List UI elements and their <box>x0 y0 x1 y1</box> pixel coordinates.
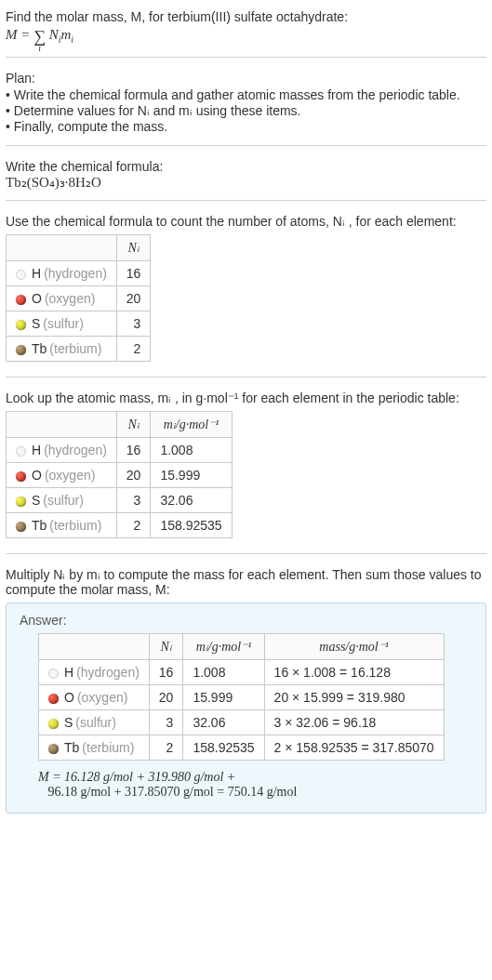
chem-formula: Tb₂(SO₄)₃·8H₂O <box>6 174 486 191</box>
table-row: Tb(terbium) 2 <box>7 337 151 362</box>
hydrogen-dot-icon <box>48 669 59 679</box>
ans-col-mass: mass/g·mol⁻¹ <box>264 634 444 660</box>
mass-col-mi: mᵢ/g·mol⁻¹ <box>151 412 232 438</box>
plan-bullet-3: • Finally, compute the mass. <box>6 119 486 134</box>
table-row: S(sulfur) 3 <box>7 311 151 337</box>
count-col-element <box>7 235 117 261</box>
chem-heading: Write the chemical formula: <box>6 159 486 174</box>
mass-col-ni: Nᵢ <box>116 412 151 438</box>
oxygen-dot-icon <box>16 295 26 305</box>
mass-col-element <box>7 412 117 438</box>
table-row: O(oxygen) 20 15.999 20 × 15.999 = 319.98… <box>39 685 445 710</box>
atom-count-table: Nᵢ H(hydrogen) 16 O(oxygen) 20 S(sulfur)… <box>6 234 151 362</box>
terbium-dot-icon <box>16 345 26 355</box>
answer-table: Nᵢ mᵢ/g·mol⁻¹ mass/g·mol⁻¹ H(hydrogen) 1… <box>38 633 445 761</box>
table-row: Tb(terbium) 2 158.92535 2 × 158.92535 = … <box>39 735 445 761</box>
table-row: H(hydrogen) 16 1.008 16 × 1.008 = 16.128 <box>39 660 445 685</box>
multiply-text: Multiply Nᵢ by mᵢ to compute the mass fo… <box>6 567 486 597</box>
answer-label: Answer: <box>20 613 472 628</box>
oxygen-dot-icon <box>16 471 26 482</box>
table-row: S(sulfur) 3 32.06 <box>7 488 233 513</box>
atomic-mass-table: Nᵢ mᵢ/g·mol⁻¹ H(hydrogen) 16 1.008 O(oxy… <box>6 411 233 538</box>
terbium-dot-icon <box>16 522 26 532</box>
table-row: H(hydrogen) 16 1.008 <box>7 438 233 463</box>
ans-col-ni: Nᵢ <box>149 634 183 660</box>
plan-section: Plan: • Write the chemical formula and g… <box>6 67 486 146</box>
intro-line1: Find the molar mass, M, for terbium(III)… <box>6 9 486 24</box>
count-col-ni: Nᵢ <box>116 235 151 261</box>
plan-heading: Plan: <box>6 71 486 86</box>
ans-col-element <box>39 634 150 660</box>
table-row: O(oxygen) 20 <box>7 286 151 311</box>
answer-box: Answer: Nᵢ mᵢ/g·mol⁻¹ mass/g·mol⁻¹ H(hyd… <box>6 603 486 814</box>
intro-section: Find the molar mass, M, for terbium(III)… <box>6 6 486 58</box>
table-row: Tb(terbium) 2 158.92535 <box>7 513 233 538</box>
sulfur-dot-icon <box>48 719 59 729</box>
plan-bullet-2: • Determine values for Nᵢ and mᵢ using t… <box>6 103 486 118</box>
sulfur-dot-icon <box>16 497 26 507</box>
table-row: H(hydrogen) 16 <box>7 261 151 286</box>
count-heading: Use the chemical formula to count the nu… <box>6 214 486 229</box>
ans-col-mi: mᵢ/g·mol⁻¹ <box>183 634 264 660</box>
mass-heading: Look up the atomic mass, mᵢ , in g·mol⁻¹… <box>6 391 486 405</box>
answer-section: Multiply Nᵢ by mᵢ to compute the mass fo… <box>6 563 486 814</box>
oxygen-dot-icon <box>48 694 59 704</box>
final-molar-mass: M = 16.128 g/mol + 319.980 g/mol + 96.18… <box>20 770 472 800</box>
atomic-mass-section: Look up the atomic mass, mᵢ , in g·mol⁻¹… <box>6 387 486 554</box>
atom-count-section: Use the chemical formula to count the nu… <box>6 210 486 377</box>
plan-bullet-1: • Write the chemical formula and gather … <box>6 87 486 102</box>
sulfur-dot-icon <box>16 320 26 330</box>
hydrogen-dot-icon <box>16 270 26 280</box>
chemical-formula-section: Write the chemical formula: Tb₂(SO₄)₃·8H… <box>6 155 486 201</box>
terbium-dot-icon <box>48 744 59 754</box>
table-row: S(sulfur) 3 32.06 3 × 32.06 = 96.18 <box>39 710 445 735</box>
hydrogen-dot-icon <box>16 446 26 457</box>
intro-formula: M = ∑i Nimi <box>6 27 486 45</box>
table-row: O(oxygen) 20 15.999 <box>7 463 233 488</box>
